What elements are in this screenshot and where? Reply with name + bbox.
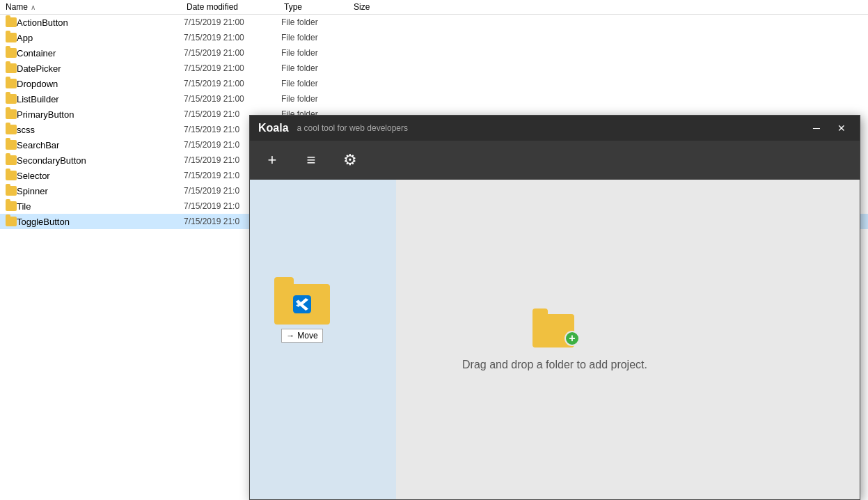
- file-name: ToggleButton: [17, 217, 184, 227]
- folder-icon: [6, 140, 17, 150]
- file-type: File folder: [281, 79, 351, 88]
- col-date-header[interactable]: Date modified: [187, 2, 284, 12]
- file-type: File folder: [281, 17, 351, 27]
- add-folder-icon: +: [532, 308, 577, 347]
- folder-icon: [6, 79, 17, 88]
- move-text: Move: [297, 331, 317, 341]
- file-type: File folder: [281, 94, 351, 104]
- file-name: ActionButton: [17, 17, 184, 28]
- drop-zone-text: Drag and drop a folder to add project.: [462, 359, 647, 371]
- file-row[interactable]: App7/15/2019 21:00File folder: [0, 30, 868, 45]
- col-type-header[interactable]: Type: [284, 2, 354, 12]
- folder-icon: [6, 201, 17, 211]
- folder-icon: [6, 109, 17, 119]
- folder-icon: [6, 63, 17, 73]
- file-row[interactable]: Container7/15/2019 21:00File folder: [0, 45, 868, 61]
- file-date: 7/15/2019 21:00: [184, 79, 281, 88]
- folder-icon: [6, 155, 17, 165]
- file-date: 7/15/2019 21:00: [184, 48, 281, 58]
- koala-app-name: Koala: [258, 122, 289, 134]
- file-name: PrimaryButton: [17, 109, 184, 120]
- file-row[interactable]: Dropdown7/15/2019 21:00File folder: [0, 76, 868, 91]
- move-arrow-icon: →: [286, 331, 294, 341]
- file-type: File folder: [281, 33, 351, 42]
- drag-folder-icon: [274, 277, 330, 325]
- folder-icon: [6, 94, 17, 104]
- file-name: SecondaryButton: [17, 155, 184, 166]
- file-name: App: [17, 33, 184, 43]
- column-headers: Name ∧ Date modified Type Size: [0, 0, 868, 15]
- move-label: → Move: [281, 329, 322, 343]
- sort-arrow-icon: ∧: [31, 3, 35, 11]
- drop-zone: + Drag and drop a folder to add project.: [462, 308, 647, 371]
- koala-titlebar: Koala a cool tool for web developers ─ ✕: [250, 116, 860, 141]
- folder-icon: [6, 48, 17, 58]
- folder-icon: [6, 217, 17, 226]
- file-name: scss: [17, 125, 184, 135]
- minimize-button[interactable]: ─: [807, 121, 826, 135]
- folder-icon: [6, 125, 17, 134]
- settings-button[interactable]: ⚙: [331, 143, 370, 177]
- file-type: File folder: [281, 48, 351, 58]
- drag-folder-body: [274, 284, 330, 325]
- folder-icon: [6, 186, 17, 196]
- file-name: Dropdown: [17, 79, 184, 89]
- file-name: Container: [17, 48, 184, 58]
- koala-content: → Move + Drag and drop a folder to add p…: [250, 180, 860, 499]
- koala-window: Koala a cool tool for web developers ─ ✕…: [249, 115, 860, 500]
- window-controls: ─ ✕: [807, 121, 851, 135]
- folder-icon: [6, 33, 17, 42]
- file-name: Spinner: [17, 186, 184, 196]
- file-date: 7/15/2019 21:00: [184, 17, 281, 27]
- koala-subtitle: a cool tool for web developers: [297, 123, 807, 133]
- plus-badge: +: [565, 331, 580, 346]
- col-name-label: Name: [6, 2, 28, 12]
- add-project-button[interactable]: +: [253, 143, 292, 177]
- file-date: 7/15/2019 21:00: [184, 33, 281, 42]
- dragged-folder: → Move: [264, 277, 340, 343]
- folder-icon: [6, 17, 17, 27]
- file-date: 7/15/2019 21:00: [184, 63, 281, 73]
- file-type: File folder: [281, 63, 351, 73]
- col-size-header[interactable]: Size: [354, 2, 409, 12]
- file-name: Tile: [17, 201, 184, 212]
- koala-toolbar: + ≡ ⚙: [250, 141, 860, 180]
- vscode-icon: [293, 295, 311, 313]
- file-name: SearchBar: [17, 140, 184, 150]
- list-button[interactable]: ≡: [292, 143, 331, 177]
- file-name: ListBuilder: [17, 94, 184, 104]
- close-button[interactable]: ✕: [832, 121, 851, 135]
- file-name: Selector: [17, 171, 184, 181]
- file-row[interactable]: DatePicker7/15/2019 21:00File folder: [0, 61, 868, 76]
- file-row[interactable]: ListBuilder7/15/2019 21:00File folder: [0, 91, 868, 107]
- col-name-header[interactable]: Name ∧: [6, 2, 187, 12]
- folder-icon: [6, 171, 17, 180]
- file-row[interactable]: ActionButton7/15/2019 21:00File folder: [0, 15, 868, 30]
- file-date: 7/15/2019 21:00: [184, 94, 281, 104]
- file-name: DatePicker: [17, 63, 184, 74]
